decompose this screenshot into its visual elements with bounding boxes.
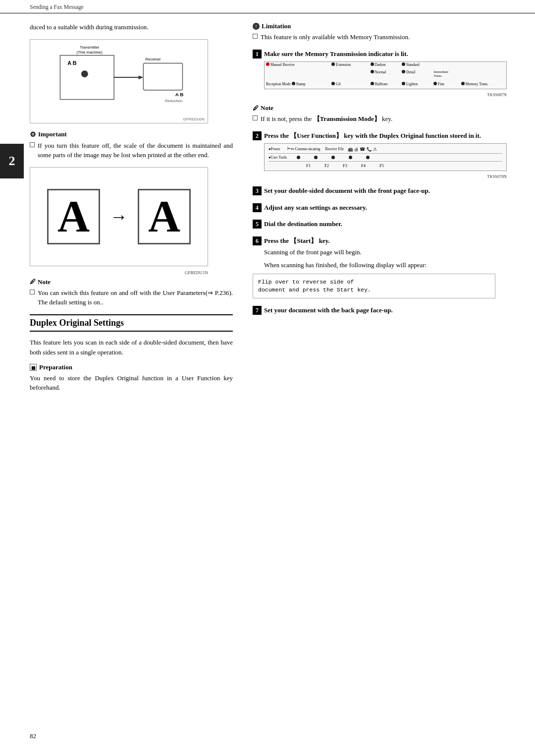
chapter-tab: 2 — [0, 144, 24, 178]
step-7: 7 Set your document with the back page f… — [253, 305, 505, 315]
diagram2: A → A — [30, 167, 208, 266]
cp1-table: Manual Receive Extension Darken Standard — [265, 62, 506, 89]
note-section-1: Note You can switch this feature on and … — [30, 278, 233, 307]
note-item-1: You can switch this feature on and off w… — [30, 288, 233, 307]
svg-text:Transmitter: Transmitter — [80, 45, 100, 49]
display-box: Flip over to reverse side of document an… — [253, 274, 495, 298]
tkss-label-2: TKSS078N — [264, 174, 507, 179]
step-6-body1: Scanning of the front page will begin. — [264, 247, 505, 257]
diagram1: Transmitter (This machine) A B Receiver — [30, 39, 208, 123]
svg-text:GFREDU0N: GFREDU0N — [183, 117, 205, 121]
dot — [402, 82, 405, 85]
control-panel-1: Manual Receive Extension Darken Standard — [264, 61, 507, 89]
step-num-7: 7 — [253, 306, 262, 315]
cp2-row-top: ●Power ⊢⇔ Commu-nicating Receive File 📠 … — [267, 146, 504, 153]
cp2-row-dots: ●User Tools — [267, 154, 504, 161]
svg-text:Receiver: Receiver — [146, 57, 161, 61]
dot — [371, 70, 374, 73]
step-num-2: 2 — [253, 131, 262, 140]
header-bar: Sending a Fax Message — [0, 0, 535, 13]
dot-red — [266, 62, 269, 66]
a-right: A — [138, 189, 191, 244]
step-3-header: 3 Set your double-sided document with th… — [253, 186, 505, 196]
dot — [402, 70, 405, 73]
dot — [433, 82, 437, 85]
diagram2-label: GFREDU1N — [30, 270, 208, 275]
dot — [461, 82, 465, 85]
step-num-6: 6 — [253, 236, 262, 245]
note-title-1: Note — [30, 278, 233, 286]
prep-body: You need to store the Duplex Original fu… — [30, 373, 233, 393]
page: Sending a Fax Message 2 duced to a suita… — [0, 0, 535, 756]
step-5-header: 5 Dial the destination number. — [253, 219, 505, 229]
a-left: A — [47, 189, 100, 244]
svg-point-4 — [81, 70, 88, 77]
note-section-2: Note If it is not, press the 【Transmissi… — [253, 104, 505, 124]
dot — [331, 62, 335, 66]
header-text: Sending a Fax Message — [30, 4, 84, 10]
step-num-4: 4 — [253, 203, 262, 212]
svg-text:Reduction: Reduction — [165, 99, 183, 103]
step-7-header: 7 Set your document with the back page f… — [253, 305, 505, 315]
step-1: 1 Make sure the Memory Transmission indi… — [253, 49, 505, 98]
svg-text:A B: A B — [175, 91, 184, 97]
intro-text: duced to a suitable width during transmi… — [30, 22, 233, 32]
bullet-square — [30, 142, 35, 147]
bullet-square — [30, 290, 35, 294]
step-num-1: 1 — [253, 50, 262, 58]
dot — [314, 156, 318, 159]
right-column: ! Limitation This feature is only availa… — [243, 13, 505, 399]
page-number: 82 — [30, 732, 36, 740]
important-section: Important If you turn this feature off, … — [30, 130, 233, 160]
svg-rect-7 — [143, 63, 182, 90]
limitation-title: ! Limitation — [253, 22, 505, 30]
svg-marker-6 — [139, 75, 144, 79]
step-2: 2 Press the 【User Function】 key with the… — [253, 131, 505, 179]
a-arrow-diagram: A → A — [47, 189, 191, 244]
limitation-icon: ! — [253, 23, 260, 30]
prep-title: ▦ Preparation — [30, 363, 233, 371]
svg-text:(This machine): (This machine) — [77, 50, 103, 54]
step-6-header: 6 Press the 【Start】 key. — [253, 236, 505, 246]
dot — [292, 82, 295, 85]
step-1-header: 1 Make sure the Memory Transmission indi… — [253, 49, 505, 59]
dot — [349, 156, 352, 159]
note-title-2: Note — [253, 104, 505, 112]
limitation-item: This feature is only available with Memo… — [253, 32, 505, 42]
tkss-label-1: TKSS087N — [264, 92, 507, 97]
section-body: This feature lets you scan in each side … — [30, 338, 233, 357]
step-4-header: 4 Adjust any scan settings as necessary. — [253, 203, 505, 213]
important-item: If you turn this feature off, the scale … — [30, 141, 233, 160]
step-4: 4 Adjust any scan settings as necessary. — [253, 203, 505, 213]
step-5: 5 Dial the destination number. — [253, 219, 505, 229]
dot — [371, 62, 374, 66]
step-2-header: 2 Press the 【User Function】 key with the… — [253, 131, 505, 141]
svg-text:A B: A B — [67, 60, 76, 66]
note-item-2: If it is not, press the 【Transmission Mo… — [253, 114, 505, 124]
dot — [366, 156, 370, 159]
dot — [331, 82, 335, 85]
prep-icon: ▦ — [30, 364, 37, 371]
bullet-square — [253, 34, 258, 39]
dot — [297, 156, 300, 159]
bullet-square — [253, 116, 258, 120]
dot — [371, 82, 374, 85]
important-title: Important — [30, 130, 233, 139]
left-column: duced to a suitable width during transmi… — [30, 13, 243, 399]
dot — [331, 156, 335, 159]
step-6: 6 Press the 【Start】 key. Scanning of the… — [253, 236, 505, 299]
dot — [402, 62, 405, 66]
control-panel-2: ●Power ⊢⇔ Commu-nicating Receive File 📠 … — [264, 143, 507, 171]
step-num-5: 5 — [253, 220, 262, 229]
preparation-section: ▦ Preparation You need to store the Dupl… — [30, 363, 233, 393]
step-3: 3 Set your double-sided document with th… — [253, 186, 505, 196]
arrow-symbol: → — [110, 206, 128, 227]
limitation-section: ! Limitation This feature is only availa… — [253, 22, 505, 42]
section-title: Duplex Original Settings — [30, 314, 233, 332]
step-6-body2: When scanning has finished, the followin… — [264, 260, 505, 270]
content-area: duced to a suitable width during transmi… — [0, 13, 535, 399]
step-num-3: 3 — [253, 186, 262, 195]
cp2-row-labels: F1F2F3F4F5 — [267, 162, 504, 169]
